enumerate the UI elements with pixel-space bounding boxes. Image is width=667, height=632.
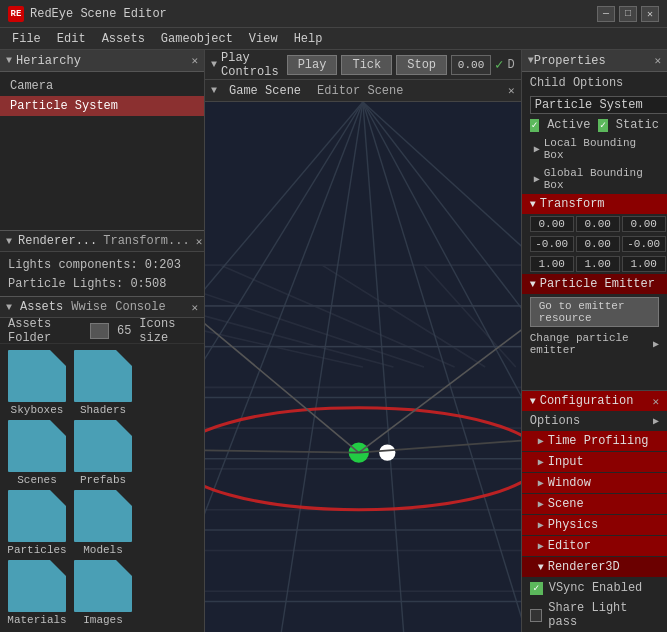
emitter-collapse-icon: ▼ <box>530 279 536 290</box>
scale-x-input[interactable] <box>530 256 574 272</box>
minimize-button[interactable]: — <box>597 6 615 22</box>
game-scene-tab[interactable]: Game Scene <box>225 84 305 98</box>
scale-z-input[interactable] <box>622 256 666 272</box>
pos-y-input[interactable] <box>576 216 620 232</box>
goto-emitter-button[interactable]: Go to emitter resource <box>530 297 659 327</box>
asset-label: Materials <box>7 614 66 626</box>
global-bb-expand-icon: ▶ <box>534 173 540 185</box>
transform-section-header[interactable]: ▼ Transform <box>522 194 667 214</box>
list-item[interactable]: Models <box>72 490 134 556</box>
close-button[interactable]: ✕ <box>641 6 659 22</box>
window-label: Window <box>548 476 591 490</box>
time-profiling-item[interactable]: ▶ Time Profiling <box>522 431 667 451</box>
editor-expand-icon: ▶ <box>538 540 544 552</box>
menu-bar: File Edit Assets Gameobject View Help <box>0 28 667 50</box>
rot-x-input[interactable] <box>530 236 574 252</box>
assets-toolbar: Assets Folder 65 Icons size <box>0 318 204 344</box>
properties-content: Child Options Name ✓ Active ✓ Static ▶ L… <box>522 72 667 390</box>
pos-z-input[interactable] <box>622 216 666 232</box>
properties-close-button[interactable]: ✕ <box>654 54 661 67</box>
list-item[interactable]: Materials <box>6 560 68 626</box>
configuration-title: Configuration <box>540 394 634 408</box>
config-close-button[interactable]: ✕ <box>652 395 659 408</box>
assets-tab[interactable]: Assets <box>20 300 63 314</box>
input-item[interactable]: ▶ Input <box>522 452 667 472</box>
hierarchy-item-camera[interactable]: Camera <box>0 76 204 96</box>
console-tab[interactable]: Console <box>115 300 165 314</box>
rot-y-input[interactable] <box>576 236 620 252</box>
scene-collapse-icon: ▼ <box>211 85 217 96</box>
asset-icon-shaders <box>74 350 132 402</box>
config-content: Options ▶ ▶ Time Profiling ▶ Input ▶ Win… <box>522 411 667 632</box>
scene-viewport[interactable] <box>205 102 521 632</box>
local-bb-row[interactable]: ▶ Local Bounding Box <box>522 134 667 164</box>
transform-tab[interactable]: Transform... <box>103 234 189 248</box>
list-item[interactable]: Shaders <box>72 350 134 416</box>
asset-icon-images <box>74 560 132 612</box>
menu-view[interactable]: View <box>241 30 286 48</box>
maximize-button[interactable]: □ <box>619 6 637 22</box>
physics-item[interactable]: ▶ Physics <box>522 515 667 535</box>
particle-emitter-header[interactable]: ▼ Particle Emitter <box>522 274 667 294</box>
hierarchy-header: ▼ Heriarchy ✕ <box>0 50 204 72</box>
time-input[interactable] <box>451 55 491 75</box>
hierarchy-collapse-icon: ▼ <box>6 55 12 66</box>
global-bb-row[interactable]: ▶ Global Bounding Box <box>522 164 667 194</box>
list-item[interactable]: Prefabs <box>72 420 134 486</box>
renderer-expand-icon: ▼ <box>6 236 12 247</box>
list-item[interactable]: Skyboxes <box>6 350 68 416</box>
stop-button[interactable]: Stop <box>396 55 447 75</box>
active-checkbox[interactable]: ✓ <box>530 119 539 132</box>
scale-y-input[interactable] <box>576 256 620 272</box>
hierarchy-item-particle-system[interactable]: Particle System <box>0 96 204 116</box>
physics-expand-icon: ▶ <box>538 519 544 531</box>
ps-name-row: Name <box>522 94 667 116</box>
assets-expand-icon: ▼ <box>6 302 12 313</box>
menu-assets[interactable]: Assets <box>94 30 153 48</box>
scene-item[interactable]: ▶ Scene <box>522 494 667 514</box>
scene-label: Scene <box>548 497 584 511</box>
title-bar: RE RedEye Scene Editor — □ ✕ <box>0 0 667 28</box>
vsync-checkbox[interactable]: ✓ <box>530 582 543 595</box>
properties-title: Properties <box>534 54 655 68</box>
hierarchy-close-button[interactable]: ✕ <box>191 54 198 67</box>
renderer3d-item[interactable]: ▼ Renderer3D <box>522 557 667 577</box>
play-button[interactable]: Play <box>287 55 338 75</box>
options-label: Options <box>530 414 580 428</box>
wwise-tab[interactable]: Wwise <box>71 300 107 314</box>
window-item[interactable]: ▶ Window <box>522 473 667 493</box>
tick-button[interactable]: Tick <box>341 55 392 75</box>
list-item[interactable]: Scenes <box>6 420 68 486</box>
static-checkbox[interactable]: ✓ <box>598 119 607 132</box>
menu-file[interactable]: File <box>4 30 49 48</box>
ps-name-input[interactable] <box>530 96 667 114</box>
active-static-row: ✓ Active ✓ Static <box>522 116 667 134</box>
menu-help[interactable]: Help <box>286 30 331 48</box>
assets-close-button[interactable]: ✕ <box>191 301 198 314</box>
rot-z-input[interactable] <box>622 236 666 252</box>
options-arrow-icon: ▶ <box>653 415 659 427</box>
share-light-checkbox[interactable] <box>530 609 543 622</box>
assets-folder-input[interactable] <box>90 323 109 339</box>
assets-folder-num: 65 <box>117 324 131 338</box>
app-icon: RE <box>8 6 24 22</box>
editor-scene-tab[interactable]: Editor Scene <box>313 84 407 98</box>
configuration-header[interactable]: ▼ Configuration ✕ <box>522 391 667 411</box>
scene-close-button[interactable]: ✕ <box>508 84 515 97</box>
pos-x-input[interactable] <box>530 216 574 232</box>
window-controls[interactable]: — □ ✕ <box>597 6 659 22</box>
editor-item[interactable]: ▶ Editor <box>522 536 667 556</box>
asset-label: Skyboxes <box>11 404 64 416</box>
menu-gameobject[interactable]: Gameobject <box>153 30 241 48</box>
vsync-label: VSync Enabled <box>549 581 643 595</box>
change-emitter-row[interactable]: Change particle emitter ▶ <box>522 330 667 358</box>
menu-edit[interactable]: Edit <box>49 30 94 48</box>
renderer-close-button[interactable]: ✕ <box>196 235 203 248</box>
transform-collapse-icon: ▼ <box>530 199 536 210</box>
change-emitter-label: Change particle emitter <box>530 332 653 356</box>
renderer-tab[interactable]: Renderer... <box>18 234 97 248</box>
asset-label: Images <box>83 614 123 626</box>
list-item[interactable]: Particles <box>6 490 68 556</box>
options-row[interactable]: Options ▶ <box>522 411 667 431</box>
list-item[interactable]: Images <box>72 560 134 626</box>
